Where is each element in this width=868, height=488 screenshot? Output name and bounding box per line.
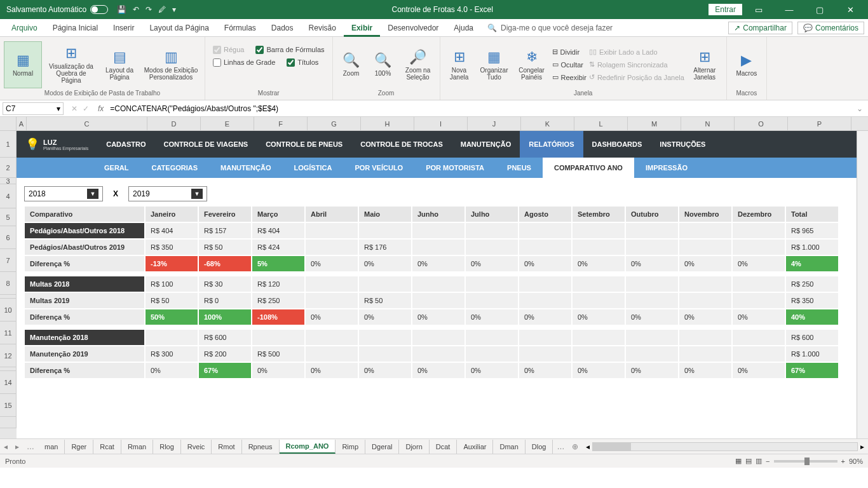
- table-header[interactable]: Setembro: [572, 206, 625, 222]
- sheet-tab[interactable]: Rcat: [93, 440, 121, 454]
- save-icon[interactable]: 💾: [117, 5, 126, 14]
- toggle-switch[interactable]: [90, 5, 108, 14]
- pct-cell[interactable]: 0%: [625, 362, 679, 379]
- pct-cell[interactable]: 0%: [625, 255, 679, 272]
- data-cell[interactable]: [305, 222, 358, 239]
- zoom-out-icon[interactable]: −: [766, 458, 770, 465]
- sheet-tab[interactable]: Dman: [493, 440, 525, 454]
- pct-cell[interactable]: 0%: [412, 309, 465, 325]
- scroll-left-icon[interactable]: ◂: [586, 442, 590, 451]
- data-cell[interactable]: [519, 222, 572, 239]
- row-header[interactable]: 3: [0, 178, 17, 184]
- col-header[interactable]: P: [788, 117, 851, 130]
- pct-cell[interactable]: 0%: [572, 309, 625, 325]
- pct-cell[interactable]: 0%: [412, 362, 465, 379]
- col-header[interactable]: M: [628, 117, 681, 130]
- table-header[interactable]: Junho: [412, 206, 465, 222]
- tab-página-inicial[interactable]: Página Inicial: [45, 19, 105, 37]
- pct-cell[interactable]: 0%: [412, 255, 465, 272]
- sheet-tab[interactable]: Auxiliar: [457, 440, 493, 454]
- data-cell[interactable]: [465, 329, 519, 346]
- enter-icon[interactable]: ✓: [83, 104, 89, 113]
- view-custom-button[interactable]: ▥Modos de Exibição Personalizados: [141, 41, 201, 88]
- data-cell[interactable]: [732, 276, 785, 292]
- data-cell[interactable]: [305, 276, 358, 292]
- row-header[interactable]: 1: [0, 131, 17, 158]
- autosave-toggle[interactable]: Salvamento Automático: [6, 5, 108, 14]
- sheet-tab[interactable]: Rveic: [181, 440, 212, 454]
- pct-cell[interactable]: 0%: [305, 362, 358, 379]
- sheet-tab[interactable]: Rman: [121, 440, 153, 454]
- data-cell[interactable]: [732, 292, 785, 309]
- table-header[interactable]: Novembro: [679, 206, 732, 222]
- tab-exibir[interactable]: Exibir: [344, 19, 380, 37]
- row-header[interactable]: [0, 417, 17, 428]
- section-title2[interactable]: Multas 2019: [24, 292, 145, 309]
- data-cell[interactable]: R$ 250: [785, 276, 839, 292]
- data-cell[interactable]: R$ 50: [198, 239, 252, 255]
- pct-cell[interactable]: 0%: [572, 362, 625, 379]
- data-cell[interactable]: [358, 346, 412, 362]
- formula-input[interactable]: =CONCATENAR("Pedágios/Abast/Outros ";$E$…: [107, 104, 851, 113]
- data-cell[interactable]: [412, 346, 465, 362]
- data-cell[interactable]: [305, 292, 358, 309]
- subnav-item[interactable]: GERAL: [93, 158, 140, 178]
- row-header[interactable]: 8: [0, 272, 17, 295]
- arrange-all-button[interactable]: ▦Organizar Tudo: [477, 41, 512, 88]
- data-cell[interactable]: R$ 404: [252, 222, 305, 239]
- subnav-item[interactable]: LOGÍSTICA: [282, 158, 343, 178]
- data-cell[interactable]: R$ 30: [198, 276, 252, 292]
- data-cell[interactable]: R$ 350: [785, 292, 839, 309]
- tab-fórmulas[interactable]: Fórmulas: [217, 19, 264, 37]
- freeze-panes-button[interactable]: ❄Congelar Painéis: [514, 41, 550, 88]
- chk-gridlines[interactable]: Linhas de Grade: [213, 56, 275, 69]
- zoom-selection-button[interactable]: 🔎Zoom na Seleção: [400, 41, 436, 88]
- data-cell[interactable]: [625, 346, 679, 362]
- view-layout-icon[interactable]: ▤: [745, 457, 752, 465]
- subnav-item[interactable]: MANUTENÇÃO: [209, 158, 282, 178]
- pct-cell[interactable]: 0%: [465, 309, 519, 325]
- tab-add[interactable]: ⊕: [568, 442, 582, 451]
- table-header[interactable]: Total: [785, 206, 839, 222]
- diff-label[interactable]: Diferença %: [24, 362, 145, 379]
- data-cell[interactable]: R$ 1.000: [785, 239, 839, 255]
- data-cell[interactable]: [465, 346, 519, 362]
- zoom-slider[interactable]: [774, 460, 837, 463]
- pct-cell[interactable]: 4%: [785, 255, 839, 272]
- split-button[interactable]: ⊟Dividir: [552, 46, 587, 58]
- row-header[interactable]: 7: [0, 249, 17, 272]
- zoom-100-button[interactable]: 🔍100%: [369, 41, 398, 88]
- chk-headings[interactable]: Títulos: [287, 56, 318, 69]
- row-header[interactable]: 5: [0, 208, 17, 226]
- data-cell[interactable]: [625, 222, 679, 239]
- view-pagebreak-button[interactable]: ⊞Visualização da Quebra de Página: [44, 41, 98, 88]
- data-cell[interactable]: R$ 250: [252, 292, 305, 309]
- sheet-tab[interactable]: Dcat: [430, 440, 458, 454]
- data-cell[interactable]: [519, 239, 572, 255]
- data-cell[interactable]: [358, 329, 412, 346]
- section-title[interactable]: Multas 2018: [24, 276, 145, 292]
- sheet-tab[interactable]: Djorn: [399, 440, 429, 454]
- dropdown-icon[interactable]: ▾: [172, 5, 176, 14]
- col-header[interactable]: A: [17, 117, 27, 130]
- appnav-item[interactable]: CONTROLE DE PNEUS: [257, 131, 351, 158]
- tab-dados[interactable]: Dados: [264, 19, 301, 37]
- touch-icon[interactable]: 🖉: [158, 5, 166, 14]
- col-header[interactable]: G: [308, 117, 361, 130]
- data-cell[interactable]: [572, 222, 625, 239]
- data-cell[interactable]: R$ 50: [358, 292, 412, 309]
- pct-cell[interactable]: 67%: [198, 362, 252, 379]
- section-title2[interactable]: Pedágios/Abast/Outros 2019: [24, 239, 145, 255]
- row-header[interactable]: 12: [0, 344, 17, 367]
- pct-cell[interactable]: 0%: [252, 362, 305, 379]
- chk-formulabar[interactable]: Barra de Fórmulas: [255, 43, 324, 56]
- subnav-item[interactable]: POR VEÍCULO: [343, 158, 414, 178]
- tab-nav-prev[interactable]: ◂: [0, 442, 11, 451]
- horizontal-scrollbar[interactable]: ◂ ▸: [582, 442, 868, 451]
- pct-cell[interactable]: 5%: [252, 255, 305, 272]
- data-cell[interactable]: [625, 276, 679, 292]
- tab-nav-more2[interactable]: …: [553, 442, 568, 451]
- pct-cell[interactable]: 0%: [679, 255, 732, 272]
- data-cell[interactable]: [412, 292, 465, 309]
- row-header[interactable]: 11: [0, 322, 17, 344]
